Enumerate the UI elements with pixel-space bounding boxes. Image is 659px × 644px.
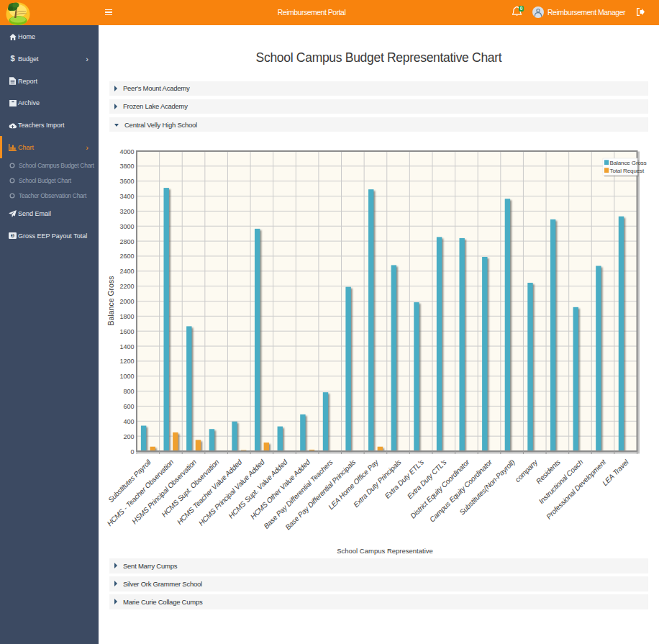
svg-text:Balance Gross: Balance Gross (106, 276, 115, 326)
svg-text:2400: 2400 (119, 268, 134, 275)
svg-text:1400: 1400 (119, 343, 134, 350)
svg-text:Extra Duty CTL's: Extra Duty CTL's (406, 458, 448, 500)
svg-text:3200: 3200 (119, 208, 134, 215)
svg-text:1600: 1600 (119, 328, 134, 335)
svg-text:2800: 2800 (119, 238, 134, 245)
svg-text:3400: 3400 (119, 193, 134, 200)
svg-text:800: 800 (123, 388, 134, 395)
svg-text:1800: 1800 (119, 313, 134, 320)
svg-text:200: 200 (123, 433, 134, 440)
svg-text:2200: 2200 (119, 283, 134, 290)
svg-text:3600: 3600 (119, 178, 134, 185)
svg-text:600: 600 (123, 403, 134, 410)
svg-text:1200: 1200 (119, 358, 134, 365)
svg-text:2000: 2000 (119, 298, 134, 305)
svg-text:Total Request: Total Request (610, 168, 645, 174)
svg-text:Extra Duty ETL's: Extra Duty ETL's (383, 458, 425, 500)
svg-text:Balance Gross: Balance Gross (610, 160, 647, 166)
svg-text:2600: 2600 (119, 253, 134, 260)
svg-text:400: 400 (123, 418, 134, 425)
svg-text:3800: 3800 (119, 163, 134, 170)
svg-text:1000: 1000 (119, 373, 134, 380)
svg-text:4000: 4000 (119, 148, 134, 155)
svg-text:3000: 3000 (119, 223, 134, 230)
svg-text:0: 0 (130, 448, 134, 455)
svg-text:School Campus Representative: School Campus Representative (337, 547, 433, 555)
